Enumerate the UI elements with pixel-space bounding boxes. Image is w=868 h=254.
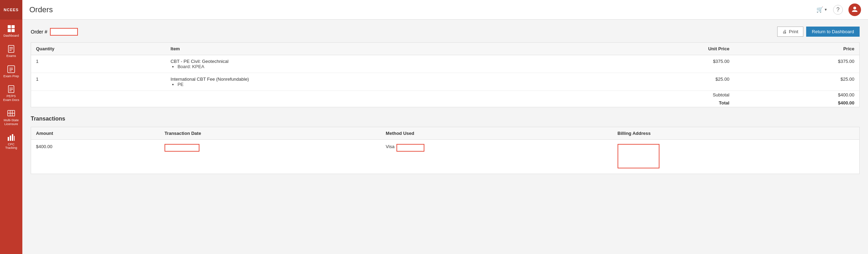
subtotal-value: $400.00 [734, 91, 859, 99]
tx-method-prefix: Visa [386, 144, 394, 149]
print-button[interactable]: 🖨 Print [777, 27, 804, 37]
tx-col-date: Transaction Date [160, 127, 381, 140]
avatar[interactable] [848, 3, 861, 16]
table-row: $400.00 Visa [31, 140, 859, 174]
row2-unit-price: $25.00 [586, 73, 734, 91]
transactions-section: Transactions Amount Transaction Date Met… [31, 116, 860, 174]
tx-billing-cell [613, 140, 859, 174]
svg-rect-21 [10, 136, 11, 141]
avatar-initials [851, 6, 858, 14]
svg-rect-1 [12, 25, 15, 28]
page-title: Orders [29, 5, 53, 14]
svg-rect-0 [8, 25, 11, 28]
topbar: Orders 🛒 ▼ ? [22, 0, 868, 20]
row1-quantity: 1 [31, 55, 166, 73]
svg-rect-2 [8, 29, 11, 32]
topbar-actions: 🛒 ▼ ? [816, 3, 861, 16]
order-number-input[interactable] [50, 28, 78, 36]
total-value: $400.00 [734, 99, 859, 107]
row2-price: $25.00 [734, 73, 859, 91]
cart-button[interactable]: 🛒 ▼ [816, 6, 827, 13]
transactions-table-wrapper: Amount Transaction Date Method Used Bill… [31, 127, 860, 174]
order-actions: 🖨 Print Return to Dashboard [777, 27, 860, 37]
row2-item: International CBT Fee (Nonrefundable) PE [166, 73, 586, 91]
tx-amount: $400.00 [31, 140, 160, 174]
svg-rect-8 [8, 66, 15, 73]
row1-item: CBT - PE Civil: Geotechnical Board: KPEA [166, 55, 586, 73]
order-header: Order # 🖨 Print Return to Dashboard [31, 27, 860, 37]
subtotal-label: Subtotal [586, 91, 734, 99]
row1-unit-price: $375.00 [586, 55, 734, 73]
sidebar-item-exam-prep[interactable]: Exam Prep [0, 61, 22, 82]
orders-table: Quantity Item Unit Price Price 1 CBT - P… [31, 43, 859, 107]
cpc-icon [7, 133, 15, 141]
dashboard-icon [7, 24, 15, 33]
multi-state-icon [7, 109, 15, 117]
svg-rect-12 [8, 86, 14, 93]
subtotal-row: Subtotal $400.00 [31, 91, 859, 99]
svg-rect-23 [14, 136, 15, 141]
col-unit-price: Unit Price [586, 43, 734, 55]
content-area: Order # 🖨 Print Return to Dashboard Quan… [22, 20, 868, 254]
tx-method-input[interactable] [396, 144, 424, 152]
svg-point-24 [853, 7, 856, 9]
transactions-table: Amount Transaction Date Method Used Bill… [31, 127, 859, 174]
col-quantity: Quantity [31, 43, 166, 55]
row1-price: $375.00 [734, 55, 859, 73]
help-button[interactable]: ? [833, 5, 843, 15]
row2-quantity: 1 [31, 73, 166, 91]
tx-col-billing: Billing Address [613, 127, 859, 140]
transactions-title: Transactions [31, 116, 860, 122]
method-cell: Visa [386, 144, 607, 152]
total-label: Total [586, 99, 734, 107]
row2-item-sub: PE [177, 82, 582, 87]
sidebar-item-dashboard[interactable]: Dashboard [0, 21, 22, 41]
tx-col-amount: Amount [31, 127, 160, 140]
ncees-logo: NCEES [0, 0, 22, 20]
order-number-row: Order # [31, 28, 78, 36]
cart-dropdown-icon: ▼ [824, 8, 827, 12]
print-icon: 🖨 [782, 29, 787, 34]
row1-item-sub: Board: KPEA [177, 64, 582, 69]
main-content: Orders 🛒 ▼ ? Order # [22, 0, 868, 254]
help-icon: ? [837, 7, 840, 13]
tx-billing-input[interactable] [618, 144, 659, 168]
table-row: 1 CBT - PE Civil: Geotechnical Board: KP… [31, 55, 859, 73]
exam-prep-icon [7, 65, 15, 73]
svg-rect-22 [12, 134, 13, 141]
orders-table-wrapper: Quantity Item Unit Price Price 1 CBT - P… [31, 42, 860, 107]
table-row: 1 International CBT Fee (Nonrefundable) … [31, 73, 859, 91]
order-number-label: Order # [31, 29, 47, 35]
svg-rect-20 [8, 137, 9, 141]
col-price: Price [734, 43, 859, 55]
sidebar-item-exams[interactable]: Exams [0, 41, 22, 61]
svg-rect-3 [12, 29, 15, 32]
tx-date-input[interactable] [165, 144, 199, 152]
sidebar: NCEES Dashboard Exams [0, 0, 22, 254]
sidebar-item-multi-state-licensure[interactable]: Multi-State Licensure [0, 106, 22, 130]
tx-method-cell: Visa [381, 140, 612, 174]
tx-date-cell [160, 140, 381, 174]
return-to-dashboard-button[interactable]: Return to Dashboard [806, 27, 860, 37]
cart-icon: 🛒 [816, 6, 823, 13]
total-row: Total $400.00 [31, 99, 859, 107]
sidebar-item-cpc-tracking[interactable]: CPC Tracking [0, 130, 22, 154]
sidebar-item-pe-ps-exam-docs[interactable]: PE/PS Exam Docs [0, 81, 22, 106]
pe-ps-icon [7, 85, 15, 93]
col-item: Item [166, 43, 586, 55]
exams-icon [7, 45, 15, 53]
tx-col-method: Method Used [381, 127, 612, 140]
